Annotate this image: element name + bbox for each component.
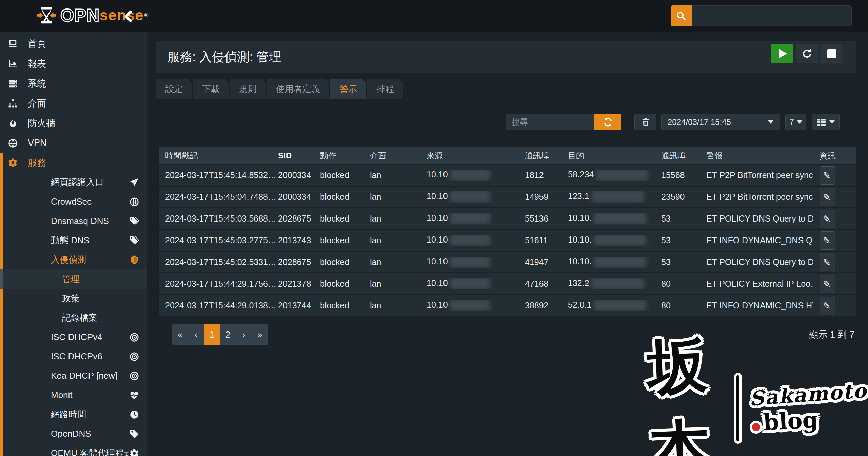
column-selector-button[interactable] xyxy=(812,114,840,130)
edit-alert-button[interactable]: ✎ xyxy=(820,210,835,228)
cell-alert: ET P2P BitTorrent peer sync xyxy=(706,170,813,180)
sidebar-item-dynamic-dns[interactable]: 動態 DNS xyxy=(3,231,147,250)
column-header-destination[interactable]: 目的 xyxy=(568,150,661,161)
column-header-destination-port[interactable]: 通訊埠 xyxy=(661,150,706,161)
page-button-label: » xyxy=(257,329,262,340)
sidebar-item-crowdsec[interactable]: CrowdSec xyxy=(3,192,147,211)
global-search-button[interactable] xyxy=(671,5,692,26)
cell-destination-port: 53 xyxy=(661,235,706,245)
page-size-select[interactable]: 7 xyxy=(785,114,806,130)
page-2-button[interactable]: 2 xyxy=(220,324,236,345)
edit-alert-button[interactable]: ✎ xyxy=(820,231,835,250)
column-header-alert[interactable]: 警報 xyxy=(706,150,813,161)
page-button-label: › xyxy=(242,329,245,340)
sidebar-item-firewall[interactable]: 防火牆 xyxy=(0,113,147,133)
sidebar-item-interfaces[interactable]: 介面 xyxy=(0,94,147,114)
sidebar-item-vpn[interactable]: VPN xyxy=(0,133,147,153)
sidebar-item-intrusion-detection[interactable]: 入侵偵測 xyxy=(3,250,147,269)
cell-info: ✎ xyxy=(813,188,856,206)
logo-registered-mark: ® xyxy=(144,12,148,18)
tab-label: 規則 xyxy=(239,83,257,95)
redacted-source xyxy=(450,213,490,224)
sidebar-item-home[interactable]: 首頁 xyxy=(0,34,147,54)
cell-info: ✎ xyxy=(813,210,856,228)
cell-info: ✎ xyxy=(813,231,856,250)
sidebar-item-ids-administration[interactable]: 管理 xyxy=(3,269,147,289)
alerts-table: 時間戳記 SID 動作 介面 來源 通訊埠 目的 通訊埠 警報 資訊 2024-… xyxy=(159,147,856,316)
alerts-refresh-button[interactable] xyxy=(594,114,621,130)
pencil-icon: ✎ xyxy=(822,280,833,288)
cell-timestamp: 2024-03-17T15:45:14.8532… xyxy=(159,170,278,180)
column-header-source-port[interactable]: 通訊埠 xyxy=(525,150,568,161)
watermark-name-text: Sakamoto xyxy=(749,379,868,410)
page-button-label: 2 xyxy=(225,329,230,340)
sidebar-item-label: 動態 DNS xyxy=(51,234,129,246)
pencil-icon: ✎ xyxy=(822,215,833,223)
edit-alert-button[interactable]: ✎ xyxy=(820,188,835,206)
sidebar-item-captive-portal[interactable]: 網頁認證入口 xyxy=(3,173,147,192)
page-next-button[interactable]: › xyxy=(236,324,252,345)
edit-alert-button[interactable]: ✎ xyxy=(820,166,835,185)
gear-icon xyxy=(7,158,19,168)
sidebar-collapse-icon[interactable] xyxy=(121,10,135,23)
cell-action: blocked xyxy=(320,214,370,224)
sidebar-item-system[interactable]: 系統 xyxy=(0,74,147,94)
cell-action: blocked xyxy=(320,257,370,267)
edit-alert-button[interactable]: ✎ xyxy=(820,275,835,293)
page-1-button[interactable]: 1 xyxy=(204,324,220,345)
redacted-destination xyxy=(594,213,646,224)
cell-action: blocked xyxy=(320,235,370,245)
sidebar-item-dnsmasq[interactable]: Dnsmasq DNS xyxy=(3,211,147,231)
alerts-search-input[interactable] xyxy=(506,114,595,130)
column-header-sid[interactable]: SID xyxy=(278,151,320,160)
tag-icon xyxy=(129,429,139,439)
edit-alert-button[interactable]: ✎ xyxy=(820,297,835,315)
page-last-button[interactable]: » xyxy=(252,324,268,345)
cell-source: 10.10 xyxy=(427,256,525,267)
alert-log-select[interactable]: 2024/03/17 15:45 xyxy=(661,114,780,130)
table-row: 2024-03-17T15:45:14.8532… 2000334 blocke… xyxy=(159,164,856,186)
service-restart-button[interactable] xyxy=(796,44,818,63)
tab-user-defined[interactable]: 使用者定義 xyxy=(267,79,329,99)
column-header-timestamp[interactable]: 時間戳記 xyxy=(159,150,278,161)
service-stop-button[interactable] xyxy=(821,44,843,63)
page-prev-button[interactable]: ‹ xyxy=(188,324,204,345)
service-start-button[interactable] xyxy=(771,44,793,63)
sidebar-item-label: 網路時間 xyxy=(51,408,129,420)
sidebar-item-ids-policy[interactable]: 政策 xyxy=(3,289,147,308)
sidebar-item-ids-log-file[interactable]: 記錄檔案 xyxy=(3,308,147,327)
sidebar-item-opendns[interactable]: OpenDNS xyxy=(3,424,147,443)
edit-alert-button[interactable]: ✎ xyxy=(820,253,835,271)
cell-action: blocked xyxy=(320,170,370,180)
cell-destination-port: 80 xyxy=(661,301,706,310)
tab-alerts[interactable]: 警示 xyxy=(330,79,366,99)
cell-destination: 10.10. xyxy=(568,213,661,224)
table-row: 2024-03-17T15:45:02.5331… 2028675 blocke… xyxy=(159,251,856,272)
sidebar-item-reporting[interactable]: 報表 xyxy=(0,54,147,74)
sidebar-item-services[interactable]: 服務 xyxy=(3,153,147,173)
sidebar-item-kea-dhcp[interactable]: Kea DHCP [new] xyxy=(3,366,147,385)
sidebar-item-network-time[interactable]: 網路時間 xyxy=(3,405,147,424)
sidebar-item-isc-dhcpv6[interactable]: ISC DHCPv6 xyxy=(3,347,147,366)
cell-source-port: 14959 xyxy=(525,192,568,202)
page-header: 服務: 入侵偵測: 管理 xyxy=(156,41,856,73)
column-header-info[interactable]: 資訊 xyxy=(813,150,856,161)
page-first-button[interactable]: « xyxy=(172,324,188,345)
sidebar-item-isc-dhcpv4[interactable]: ISC DHCPv4 xyxy=(3,327,147,347)
sidebar-item-qemu-guest-agent[interactable]: QEMU 客體代理程式 xyxy=(3,443,147,456)
tab-rules[interactable]: 規則 xyxy=(230,79,266,99)
sidebar-item-monit[interactable]: Monit xyxy=(3,385,147,405)
bullseye-icon xyxy=(129,371,139,381)
cell-source-port: 38892 xyxy=(525,301,568,310)
tab-schedule[interactable]: 排程 xyxy=(367,79,403,99)
column-header-action[interactable]: 動作 xyxy=(320,150,370,161)
tab-label: 警示 xyxy=(339,83,357,95)
tab-settings[interactable]: 設定 xyxy=(156,79,192,99)
trash-icon xyxy=(641,117,650,127)
clear-alerts-button[interactable] xyxy=(634,114,656,130)
column-header-source[interactable]: 來源 xyxy=(427,150,525,161)
tab-download[interactable]: 下載 xyxy=(193,79,229,99)
global-search-input[interactable] xyxy=(692,5,852,26)
column-header-interface[interactable]: 介面 xyxy=(370,150,427,161)
sidebar-item-label: ISC DHCPv4 xyxy=(51,332,129,342)
